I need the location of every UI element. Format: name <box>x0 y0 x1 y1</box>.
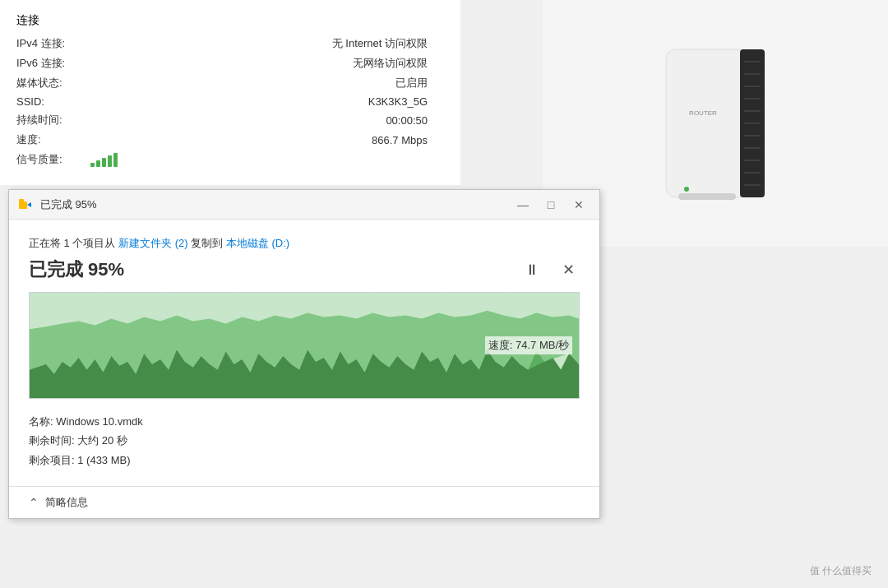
summary-toggle-button[interactable]: ⌃ <box>29 496 39 509</box>
cancel-copy-button[interactable]: ✕ <box>557 258 580 281</box>
signal-bar-2 <box>96 160 100 167</box>
network-row-speed: 速度: 866.7 Mbps <box>16 132 444 147</box>
network-row-ipv4: IPv4 连接: 无 Internet 访问权限 <box>16 36 444 51</box>
remaining-time-value: 大约 20 秒 <box>77 434 127 447</box>
signal-bar-3 <box>102 158 106 167</box>
summary-text: 简略信息 <box>45 495 88 510</box>
network-row-ipv6: IPv6 连接: 无网络访问权限 <box>16 56 444 71</box>
signal-bars <box>90 152 428 167</box>
ipv4-label: IPv4 连接: <box>16 36 90 51</box>
ipv6-label: IPv6 连接: <box>16 56 90 71</box>
file-name-label: 名称: <box>29 415 56 428</box>
dialog-titlebar: 已完成 95% — □ ✕ <box>9 190 599 220</box>
signal-bar-5 <box>113 153 118 167</box>
remaining-items-value: 1 (433 MB) <box>77 454 130 466</box>
watermark-text: 值 什么值得买 <box>810 564 872 578</box>
dialog-icon <box>19 199 34 211</box>
network-section-title: 连接 <box>16 13 444 28</box>
network-row-duration: 持续时间: 00:00:50 <box>16 113 444 127</box>
signal-bar-4 <box>108 155 112 167</box>
copy-info-mid: 复制到 <box>188 237 226 249</box>
copy-info-prefix: 正在将 1 个项目从 <box>29 237 118 249</box>
minimize-button[interactable]: — <box>512 197 534 213</box>
duration-label: 持续时间: <box>16 113 90 127</box>
svg-point-14 <box>684 187 689 192</box>
file-name-value: Windows 10.vmdk <box>56 415 142 428</box>
network-row-signal: 信号质量: <box>16 152 444 167</box>
speed-label: 速度: <box>16 132 90 147</box>
svg-text:ROUTER: ROUTER <box>689 109 717 117</box>
speed-graph: 速度: 74.7 MB/秒 <box>29 292 580 399</box>
svg-rect-17 <box>19 199 24 202</box>
copy-source-link[interactable]: 新建文件夹 (2) <box>118 237 188 249</box>
network-row-ssid: SSID: K3K3K3_5G <box>16 95 444 108</box>
media-value: 已启用 <box>90 76 444 90</box>
svg-marker-18 <box>27 202 31 207</box>
router-image: ROUTER <box>641 33 789 214</box>
dialog-footer[interactable]: ⌃ 简略信息 <box>9 486 599 518</box>
copy-controls[interactable]: ⏸ ✕ <box>520 258 580 281</box>
svg-rect-0 <box>666 49 748 197</box>
dialog-title: 已完成 95% <box>40 197 512 212</box>
restore-button[interactable]: □ <box>540 197 562 213</box>
dialog-body: 正在将 1 个项目从 新建文件夹 (2) 复制到 本地磁盘 (D:) 已完成 9… <box>9 220 599 486</box>
remaining-time-row: 剩余时间: 大约 20 秒 <box>29 431 580 450</box>
file-details: 名称: Windows 10.vmdk 剩余时间: 大约 20 秒 剩余项目: … <box>29 412 580 470</box>
remaining-time-label: 剩余时间: <box>29 434 77 447</box>
dialog-controls[interactable]: — □ ✕ <box>512 197 590 213</box>
signal-value <box>90 152 444 167</box>
file-name-row: 名称: Windows 10.vmdk <box>29 412 580 431</box>
signal-bar-1 <box>90 163 95 167</box>
ssid-label: SSID: <box>16 95 90 108</box>
copy-info: 正在将 1 个项目从 新建文件夹 (2) 复制到 本地磁盘 (D:) <box>29 236 580 251</box>
network-row-media: 媒体状态: 已启用 <box>16 76 444 90</box>
speed-label: 速度: 74.7 MB/秒 <box>485 336 572 354</box>
remaining-items-label: 剩余项目: <box>29 454 77 466</box>
ipv4-value: 无 Internet 访问权限 <box>90 36 444 51</box>
copy-status-row: 已完成 95% ⏸ ✕ <box>29 257 580 282</box>
signal-label: 信号质量: <box>16 152 90 167</box>
copy-dest-link[interactable]: 本地磁盘 (D:) <box>226 237 289 249</box>
network-panel: 连接 IPv4 连接: 无 Internet 访问权限 IPv6 连接: 无网络… <box>0 0 460 185</box>
pause-button[interactable]: ⏸ <box>520 258 543 281</box>
close-button[interactable]: ✕ <box>568 197 590 213</box>
ipv6-value: 无网络访问权限 <box>90 56 444 71</box>
speed-value: 866.7 Mbps <box>90 134 444 146</box>
file-copy-dialog: 已完成 95% — □ ✕ 正在将 1 个项目从 新建文件夹 (2) 复制到 本… <box>8 189 600 519</box>
copy-status-text: 已完成 95% <box>29 257 520 282</box>
duration-value: 00:00:50 <box>90 114 444 127</box>
remaining-items-row: 剩余项目: 1 (433 MB) <box>29 451 580 470</box>
watermark: 值 什么值得买 <box>810 564 872 578</box>
svg-rect-15 <box>678 193 736 200</box>
ssid-value: K3K3K3_5G <box>90 95 444 108</box>
media-label: 媒体状态: <box>16 76 90 90</box>
svg-rect-16 <box>19 201 27 209</box>
